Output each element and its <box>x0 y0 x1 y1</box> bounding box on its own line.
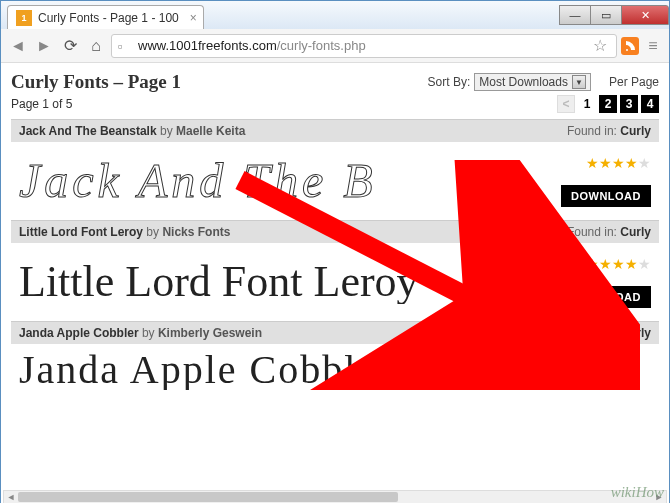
page-info: Page 1 of 5 <box>11 97 72 111</box>
rss-icon[interactable] <box>621 37 639 55</box>
font-block: Jack And The Beanstalk by Maelle Keita F… <box>11 119 659 220</box>
found-in: Found in: Curly <box>567 326 651 340</box>
favicon-icon: 1 <box>16 10 32 26</box>
page-1[interactable]: 1 <box>578 95 596 113</box>
star-icon: ★ <box>625 155 638 171</box>
font-header: Little Lord Font Leroy by Nicks Fonts Fo… <box>11 221 659 243</box>
star-icon: ★ <box>625 256 638 272</box>
page-content: Curly Fonts – Page 1 Sort By: Most Downl… <box>1 63 669 503</box>
rating-stars[interactable]: ★★★★★ <box>586 256 651 272</box>
close-button[interactable]: ✕ <box>621 5 669 25</box>
browser-window: 1 Curly Fonts - Page 1 - 100 × — ▭ ✕ ◄ ►… <box>0 0 670 503</box>
sort-select[interactable]: Most Downloads ▼ <box>474 73 591 91</box>
scroll-thumb[interactable] <box>18 492 398 502</box>
font-title: Jack And The Beanstalk by Maelle Keita <box>19 124 245 138</box>
font-header: Jack And The Beanstalk by Maelle Keita F… <box>11 120 659 142</box>
back-button[interactable]: ◄ <box>7 35 29 57</box>
font-side: ★★★★★ DOWNLOAD <box>561 155 651 207</box>
titlebar: 1 Curly Fonts - Page 1 - 100 × — ▭ ✕ <box>1 1 669 29</box>
scroll-track[interactable] <box>18 492 652 502</box>
font-title: Janda Apple Cobbler by Kimberly Geswein <box>19 326 262 340</box>
font-preview[interactable]: Little Lord Font Leroy <box>19 260 561 304</box>
star-icon: ★ <box>586 155 599 171</box>
browser-toolbar: ◄ ► ⟳ ⌂ ▫ www.1001freefonts.com/curly-fo… <box>1 29 669 63</box>
rating-stars[interactable]: ★★★★★ <box>586 155 651 171</box>
font-preview[interactable]: Janda Apple Cobbler <box>19 350 651 390</box>
url-text: www.1001freefonts.com/curly-fonts.php <box>138 38 590 53</box>
tab-close-icon[interactable]: × <box>190 11 197 25</box>
home-button[interactable]: ⌂ <box>85 35 107 57</box>
font-title: Little Lord Font Leroy by Nicks Fonts <box>19 225 230 239</box>
font-block: Janda Apple Cobbler by Kimberly Geswein … <box>11 321 659 396</box>
page-2[interactable]: 2 <box>599 95 617 113</box>
pagination: < 1 2 3 4 <box>557 95 659 113</box>
dropdown-icon: ▼ <box>572 75 586 89</box>
star-icon: ★ <box>612 256 625 272</box>
font-body: Jack And The B ★★★★★ DOWNLOAD <box>11 142 659 220</box>
page-title: Curly Fonts – Page 1 <box>11 71 181 93</box>
header-row: Curly Fonts – Page 1 Sort By: Most Downl… <box>11 71 659 93</box>
star-icon: ★ <box>638 256 651 272</box>
watermark: wikiHow <box>611 484 664 501</box>
sort-area: Sort By: Most Downloads ▼ Per Page <box>428 73 659 91</box>
horizontal-scrollbar[interactable]: ◄ ► <box>3 490 667 503</box>
star-icon: ★ <box>638 155 651 171</box>
download-button[interactable]: DOWNLOAD <box>561 185 651 207</box>
window-controls: — ▭ ✕ <box>560 5 669 25</box>
page-icon: ▫ <box>118 39 132 53</box>
page-4[interactable]: 4 <box>641 95 659 113</box>
found-in: Found in: Curly <box>567 225 651 239</box>
tab-title: Curly Fonts - Page 1 - 100 <box>38 11 179 25</box>
font-body: Little Lord Font Leroy ★★★★★ DOWNLOAD <box>11 243 659 321</box>
font-header: Janda Apple Cobbler by Kimberly Geswein … <box>11 322 659 344</box>
font-preview[interactable]: Jack And The B <box>19 157 561 205</box>
minimize-button[interactable]: — <box>559 5 591 25</box>
forward-button[interactable]: ► <box>33 35 55 57</box>
star-icon: ★ <box>599 155 612 171</box>
star-icon: ★ <box>612 155 625 171</box>
font-body: Janda Apple Cobbler <box>11 344 659 396</box>
download-button[interactable]: DOWNLOAD <box>561 286 651 308</box>
star-icon: ★ <box>599 256 612 272</box>
maximize-button[interactable]: ▭ <box>590 5 622 25</box>
page-prev[interactable]: < <box>557 95 575 113</box>
reload-button[interactable]: ⟳ <box>59 35 81 57</box>
found-in: Found in: Curly <box>567 124 651 138</box>
font-block: Little Lord Font Leroy by Nicks Fonts Fo… <box>11 220 659 321</box>
sort-label: Sort By: <box>428 75 471 89</box>
bookmark-star-icon[interactable]: ☆ <box>590 36 610 56</box>
font-side: ★★★★★ DOWNLOAD <box>561 256 651 308</box>
toolbar-right: ≡ <box>621 36 663 56</box>
browser-tab[interactable]: 1 Curly Fonts - Page 1 - 100 × <box>7 5 204 29</box>
menu-icon[interactable]: ≡ <box>643 36 663 56</box>
perpage-label: Per Page <box>609 75 659 89</box>
address-bar[interactable]: ▫ www.1001freefonts.com/curly-fonts.php … <box>111 34 617 58</box>
scroll-left-icon[interactable]: ◄ <box>4 490 18 503</box>
subheader: Page 1 of 5 < 1 2 3 4 <box>11 95 659 113</box>
page-3[interactable]: 3 <box>620 95 638 113</box>
star-icon: ★ <box>586 256 599 272</box>
